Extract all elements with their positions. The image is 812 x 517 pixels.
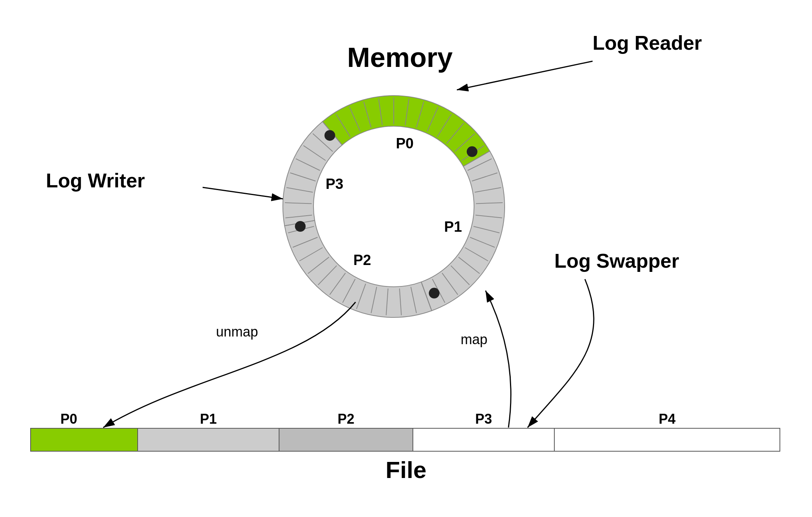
diagram-container: P0 P1 P2 P3 Memory Log Reader Log Writer… — [0, 0, 812, 517]
unmap-label: unmap — [216, 324, 258, 340]
file-segment-p2 — [279, 428, 413, 451]
log-swapper-label: Log Swapper — [554, 250, 679, 272]
file-title: File — [386, 457, 427, 483]
ring-dot-1 — [467, 146, 477, 157]
log-writer-arrow — [203, 187, 283, 199]
log-reader-label: Log Reader — [593, 32, 702, 54]
ring-label-p3: P3 — [326, 176, 343, 192]
file-label-p1: P1 — [200, 411, 217, 427]
file-label-p0: P0 — [60, 411, 77, 427]
file-segment-p3 — [413, 428, 554, 451]
log-reader-arrow — [457, 61, 593, 90]
map-arrow — [486, 291, 511, 428]
log-writer-label: Log Writer — [46, 169, 145, 192]
memory-title: Memory — [347, 42, 453, 73]
file-segment-p1 — [138, 428, 279, 451]
file-label-p4: P4 — [659, 411, 676, 427]
map-label: map — [461, 332, 487, 347]
file-segment-p4 — [554, 428, 780, 451]
ring-dot-4 — [325, 130, 335, 141]
file-label-p2: P2 — [338, 411, 354, 427]
ring-segment-p0 — [323, 96, 490, 166]
unmap-arrow — [103, 302, 356, 428]
ring-label-p0: P0 — [396, 135, 413, 151]
ring-label-p2: P2 — [353, 252, 371, 268]
ring-dot-3 — [295, 221, 305, 232]
file-label-p3: P3 — [475, 411, 492, 427]
ring-dot-2 — [429, 288, 440, 299]
file-segment-p0 — [31, 428, 138, 451]
ring-label-p1: P1 — [444, 219, 462, 235]
ring-segment-p2 — [284, 220, 432, 317]
log-swapper-arrow-map — [528, 279, 594, 428]
